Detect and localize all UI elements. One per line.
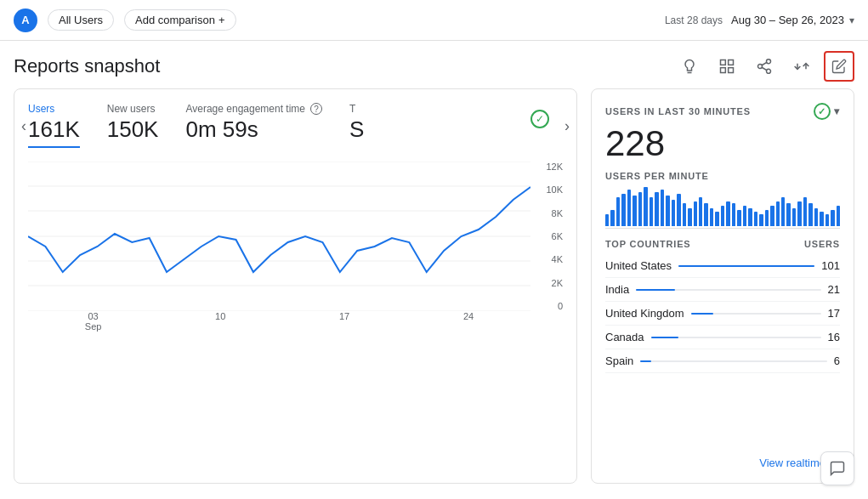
countries-list: United States 101 India 21 United Kingdo…: [605, 254, 840, 373]
mini-bar: [715, 212, 718, 226]
left-nav-arrow[interactable]: ‹: [21, 116, 26, 134]
mini-bar: [759, 214, 763, 226]
mini-bar: [797, 201, 801, 226]
country-name: United Kingdom: [605, 307, 684, 320]
mini-bar: [627, 190, 631, 226]
dropdown-arrow[interactable]: ▾: [834, 105, 840, 117]
svg-point-4: [767, 60, 771, 64]
date-dropdown-button[interactable]: ▾: [849, 14, 854, 26]
users-col-label: USERS: [804, 239, 840, 249]
view-realtime-link[interactable]: View realtime →: [605, 450, 840, 469]
country-name: Canada: [605, 331, 644, 343]
mini-bar: [610, 210, 614, 226]
top-bar-right: Last 28 days Aug 30 – Sep 26, 2023 ▾: [665, 14, 854, 26]
mini-bar: [820, 212, 823, 226]
metric-underline: [28, 146, 80, 148]
mini-bar: [803, 197, 807, 226]
metric-new-users-label: New users: [107, 103, 159, 115]
mini-bar: [786, 203, 790, 226]
country-row: India 21: [605, 278, 840, 302]
x-label-24: 24: [463, 311, 474, 332]
customize-icon-button[interactable]: [712, 51, 742, 82]
mini-bar: [743, 206, 746, 226]
metric-engagement-label: Average engagement time ?: [185, 103, 322, 115]
realtime-count: 228: [605, 123, 840, 164]
mini-bar: [672, 200, 675, 226]
x-label-17: 17: [339, 311, 349, 332]
country-row: Spain 6: [605, 349, 840, 373]
chart-y-labels: 12K 10K 8K 6K 4K 2K 0: [536, 162, 563, 311]
mini-bar: [655, 192, 658, 226]
mini-bar: [699, 197, 702, 226]
metric-users: Users 161K: [28, 103, 80, 148]
realtime-check: ✓ ▾: [814, 103, 840, 120]
top-countries-header: TOP COUNTRIES USERS: [605, 239, 840, 249]
add-comparison-button[interactable]: Add comparison +: [124, 9, 236, 31]
mini-bar: [710, 208, 713, 226]
mini-bar: [688, 208, 691, 226]
users-per-minute-label: USERS PER MINUTE: [605, 171, 840, 181]
country-count: 101: [821, 259, 840, 272]
mini-bar: [683, 203, 686, 226]
metric-engagement-value: 0m 59s: [185, 116, 322, 143]
page-title: Reports snapshot: [14, 55, 160, 77]
mini-bar: [792, 208, 796, 226]
mini-bar: [694, 201, 697, 226]
chevron-down-icon: ▾: [849, 14, 854, 26]
add-icon: +: [218, 14, 225, 26]
country-name: India: [605, 283, 629, 296]
compare-icon-button[interactable]: [786, 51, 817, 82]
country-count: 17: [828, 307, 840, 320]
mini-bar: [748, 208, 752, 226]
country-name: United States: [605, 259, 672, 272]
mini-bar: [808, 203, 812, 226]
lightbulb-icon-button[interactable]: [674, 51, 705, 82]
edit-icon-button[interactable]: [824, 51, 854, 82]
x-label-10: 10: [215, 311, 225, 332]
bar-chart-mini: [605, 186, 840, 229]
mini-bar: [776, 201, 780, 226]
country-bar: [691, 313, 713, 315]
svg-rect-2: [721, 68, 726, 73]
avatar-button[interactable]: A: [14, 9, 37, 32]
view-realtime-label: View realtime: [759, 456, 825, 469]
country-bar-wrap: [678, 265, 814, 267]
all-users-button[interactable]: All Users: [48, 9, 114, 31]
chart-x-labels: 03 Sep 10 17 24: [28, 311, 530, 332]
line-chart: [28, 162, 530, 311]
green-check-icon: ✓: [814, 103, 831, 120]
svg-line-8: [762, 62, 767, 65]
mini-bar: [666, 196, 669, 226]
date-range-value: Aug 30 – Sep 26, 2023: [731, 14, 844, 26]
check-icon: ✓: [530, 110, 549, 128]
country-row: United States 101: [605, 254, 840, 278]
share-icon-button[interactable]: [749, 51, 780, 82]
country-bar-wrap: [640, 360, 827, 362]
country-row: Canada 16: [605, 326, 840, 349]
mini-bar: [732, 203, 735, 226]
mini-bar: [616, 197, 620, 226]
right-nav-arrow[interactable]: ›: [564, 116, 570, 134]
mini-bar: [831, 210, 834, 226]
mini-bar: [621, 194, 625, 226]
mini-bar: [737, 210, 740, 226]
header-icons: [674, 51, 854, 82]
top-bar-left: A All Users Add comparison +: [14, 9, 236, 32]
svg-point-6: [767, 69, 771, 73]
x-label-03: 03 Sep: [85, 311, 102, 332]
info-icon: ?: [310, 103, 322, 115]
chat-bubble[interactable]: [820, 451, 854, 485]
svg-point-5: [758, 65, 763, 69]
svg-rect-3: [729, 68, 734, 73]
mini-bar: [754, 212, 757, 226]
mini-bar: [814, 208, 818, 226]
country-bar: [636, 289, 675, 291]
mini-bar: [726, 201, 729, 226]
svg-rect-1: [729, 60, 734, 65]
country-bar: [678, 265, 814, 267]
main-content: ‹ Users 161K New users 150K Average enga…: [0, 88, 868, 497]
metric-users-label: Users: [28, 103, 80, 115]
metric-engagement: Average engagement time ? 0m 59s: [185, 103, 322, 143]
country-count: 21: [828, 283, 840, 296]
svg-line-7: [762, 67, 767, 70]
